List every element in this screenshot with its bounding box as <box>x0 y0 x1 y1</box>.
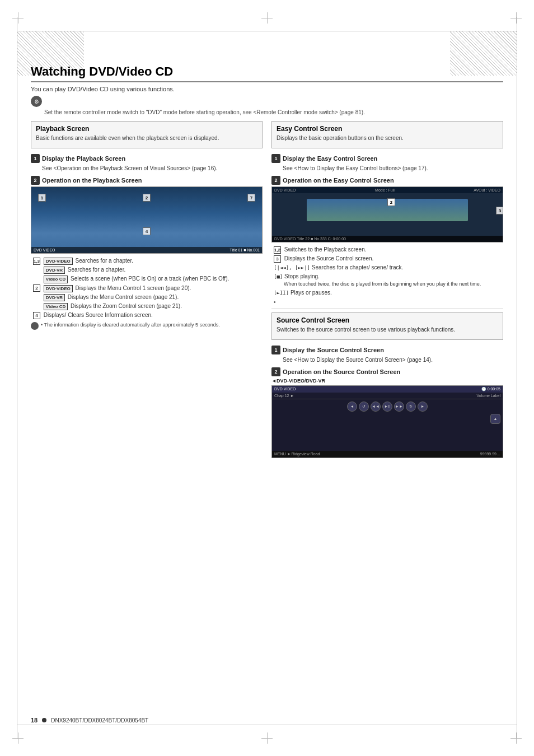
left-column: Playback Screen Basic functions are avai… <box>31 121 263 461</box>
step-num-1: 1 <box>31 154 40 163</box>
easy-step1-body: See <How to Display the Easy Control but… <box>283 165 503 172</box>
source-screen-label: ◄DVD-VIDEO/DVD-VR <box>271 378 503 384</box>
easy-screen-image: DVD VIDEO Mode : Full AVOut : VIDEO 1 2 … <box>271 186 503 242</box>
easy-items-list: 1,2 Switches to the Playback screen. 3 D… <box>271 246 503 297</box>
corner-mark-bottom-right <box>510 732 522 744</box>
playback-step1-body: See <Operation on the Playback Screen of… <box>42 165 263 172</box>
src-btn-3: ◄◄ <box>371 402 381 412</box>
gear-icon: ⚙ <box>31 96 42 107</box>
note-gear-icon <box>31 322 39 330</box>
easy-screen-top-bar: DVD VIDEO Mode : Full AVOut : VIDEO <box>272 187 503 193</box>
easy-step1: 1 Display the Easy Control Screen See <H… <box>271 154 503 172</box>
playback-item-5: DVD·VR Displays the Menu Control screen … <box>31 293 263 301</box>
playback-item-7: 4 Displays/ Clears Source Information sc… <box>31 311 263 319</box>
playback-section-title: Playback Screen <box>36 125 257 133</box>
screen-bottom-right: Title 01 ■ No.001 <box>230 248 260 252</box>
screen-badge-4: 4 <box>143 227 151 235</box>
page-number: 18 <box>31 717 38 724</box>
easy-step2: 2 Operation on the Easy Control Screen D… <box>271 176 503 305</box>
source-section-desc: Switches to the source control screen to… <box>277 326 498 333</box>
page-border-top <box>17 31 517 31</box>
easy-item-4-sub: When touched twice, the disc is played f… <box>284 281 503 288</box>
corner-mark-top-left <box>12 12 24 24</box>
screen-badge-7: 7 <box>247 194 255 202</box>
source-step1-header: 1 Display the Source Control Screen <box>271 346 503 354</box>
source-screen-title-bar: DVD VIDEO 🕐 0:00:05 <box>272 386 503 393</box>
source-step1: 1 Display the Source Control Screen See … <box>271 346 503 364</box>
source-screen-image: DVD VIDEO 🕐 0:00:05 Chap 12 ► Volume Lab… <box>271 385 503 458</box>
easy-screen-dvd-label: DVD VIDEO <box>274 188 296 192</box>
source-step1-title: Display the Source Control Screen <box>283 347 384 353</box>
easy-screen-center: 1 2 3 <box>272 193 503 227</box>
playback-item-1: 1,3 DVD·VIDEO Searches for a chapter. <box>31 257 263 265</box>
corner-mark-bottom-center <box>261 732 273 744</box>
src-btn-7: ► <box>418 402 428 412</box>
src-btn-8: ▲ <box>490 414 500 424</box>
source-step2-header: 2 Operation on the Source Control Screen <box>271 367 503 376</box>
source-control-section: Source Control Screen Switches to the so… <box>271 312 503 340</box>
source-step-num-2: 2 <box>271 367 280 376</box>
right-column: Easy Control Screen Displays the basic o… <box>271 121 503 461</box>
playback-item-2: DVD·VR Searches for a chapter. <box>31 266 263 274</box>
easy-screen-mode: Mode : Full <box>375 188 395 192</box>
playback-step1: 1 Display the Playback Screen See <Opera… <box>31 154 263 172</box>
corner-mark-bottom-left <box>12 732 24 744</box>
easy-step2-title: Operation on the Easy Control Screen <box>283 177 394 184</box>
easy-badge-2: 2 <box>387 198 395 206</box>
step-num-2: 2 <box>31 176 40 185</box>
source-footer-right: 99999.99… <box>480 452 500 456</box>
screen-badge-1: 1 <box>38 194 46 202</box>
page-footer: 18 DNX9240BT/DDX8024BT/DDX8054BT <box>31 717 503 724</box>
src-btn-4: ►II <box>382 402 392 412</box>
easy-item-4: [■] Stops playing. When touched twice, t… <box>271 273 503 288</box>
source-step2-title: Operation on the Source Control Screen <box>283 368 400 375</box>
source-time-display: 🕐 0:00:05 <box>481 387 500 391</box>
src-btn-6: ↻ <box>406 402 416 412</box>
easy-item-5: [►II] Plays or pauses. <box>271 289 503 297</box>
source-screen-header: Chap 12 ► Volume Label <box>272 393 503 399</box>
easy-step-num-1: 1 <box>271 154 280 163</box>
easy-section-desc: Displays the basic operation buttons on … <box>277 135 498 141</box>
easy-screen-avout: AVOut : VIDEO <box>474 188 500 192</box>
source-dvd-label: DVD VIDEO <box>274 387 296 391</box>
easy-screen-bottom-bar: DVD VIDEO Title 22 ■ No.333 C: 0:00:00 <box>272 236 503 242</box>
easy-section-title: Easy Control Screen <box>277 125 498 133</box>
note-row: ⚙ <box>31 96 503 107</box>
source-volume: Volume Label <box>477 394 500 398</box>
format-badge-dvd-vr-1: DVD·VR <box>44 267 65 274</box>
playback-note: • The information display is cleared aut… <box>31 321 263 330</box>
easy-control-section: Easy Control Screen Displays the basic o… <box>271 121 503 148</box>
page-border-left <box>17 17 17 739</box>
device-model: DNX9240BT/DDX8024BT/DDX8054BT <box>51 717 148 724</box>
easy-item-3: [|◄◄], [►►|] Searches for a chapter/ sce… <box>271 264 503 272</box>
playback-step1-title: Display the Playback Screen <box>42 155 125 162</box>
footer-bullet <box>42 718 46 722</box>
source-step-num-1: 1 <box>271 346 280 354</box>
playback-screen-section: Playback Screen Basic functions are avai… <box>31 121 263 148</box>
easy-step-num-2: 2 <box>271 176 280 185</box>
format-badge-video-cd-1: Video CD <box>44 276 68 283</box>
playback-item-4: 2 DVD·VIDEO Displays the Menu Control 1 … <box>31 284 263 292</box>
playback-note-text: • The information display is cleared aut… <box>41 321 220 329</box>
easy-bullet-marker: • <box>271 299 503 305</box>
playback-items-list: 1,3 DVD·VIDEO Searches for a chapter. DV… <box>31 257 263 319</box>
src-btn-1: ◄ <box>347 402 357 412</box>
easy-step2-header: 2 Operation on the Easy Control Screen <box>271 176 503 185</box>
format-badge-dvd-video-1: DVD·VIDEO <box>44 258 73 265</box>
page-border-right <box>517 17 517 739</box>
format-badge-dvd-video-2: DVD·VIDEO <box>44 285 73 292</box>
source-step1-body: See <How to Display the Source Control S… <box>283 356 503 364</box>
source-track-info: Chap 12 ► <box>274 394 294 398</box>
two-col-layout: Playback Screen Basic functions are avai… <box>31 121 503 461</box>
src-btn-5: ►► <box>394 402 404 412</box>
playback-step2-title: Operation on the Playback Screen <box>42 177 142 184</box>
page-border-bottom <box>17 725 517 725</box>
intro-text: You can play DVD/Video CD using various … <box>31 86 503 92</box>
format-badge-video-cd-2: Video CD <box>44 303 68 310</box>
source-footer-left: MENU ➤ Ridgeview Road <box>274 452 320 456</box>
playback-step2-header: 2 Operation on the Playback Screen <box>31 176 263 185</box>
corner-mark-top-center <box>261 12 273 24</box>
easy-step1-title: Display the Easy Control Screen <box>283 155 377 162</box>
src-btn-2: ↺ <box>359 402 369 412</box>
easy-step1-header: 1 Display the Easy Control Screen <box>271 154 503 163</box>
